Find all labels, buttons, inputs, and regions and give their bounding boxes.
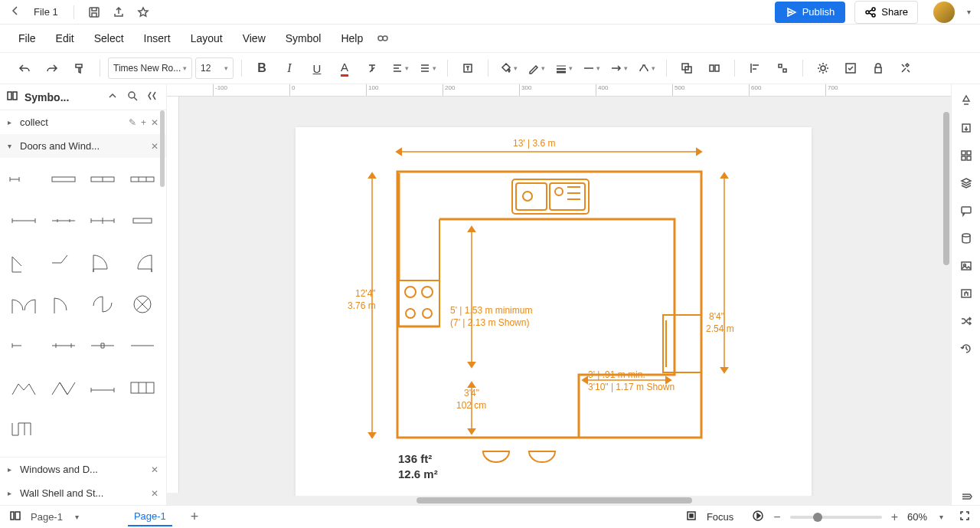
shape-item[interactable]	[86, 289, 121, 320]
menu-view[interactable]: View	[234, 28, 275, 49]
menu-insert[interactable]: Insert	[135, 28, 180, 49]
close-icon[interactable]: ✕	[151, 488, 158, 499]
font-color-button[interactable]: A	[332, 56, 357, 80]
ungroup-button[interactable]	[702, 56, 727, 80]
shape-item[interactable]	[46, 248, 81, 278]
shape-item[interactable]	[46, 164, 81, 195]
back-button[interactable]	[9, 5, 21, 19]
align-button[interactable]: ▾	[387, 56, 412, 80]
collapse-right-icon[interactable]	[958, 488, 975, 505]
section-windows[interactable]: ▸ Windows and D... ✕	[0, 457, 166, 481]
account-dropdown-caret[interactable]: ▾	[967, 8, 971, 16]
undo-button[interactable]	[12, 56, 37, 80]
shape-item[interactable]	[86, 164, 121, 195]
focus-icon[interactable]	[685, 510, 697, 524]
clear-format-button[interactable]	[360, 56, 384, 80]
data-icon[interactable]	[958, 230, 975, 247]
page-layout-icon[interactable]	[9, 510, 21, 524]
search-icon[interactable]	[126, 90, 140, 104]
image-icon[interactable]	[958, 257, 975, 274]
fullscreen-icon[interactable]	[959, 510, 971, 524]
shape-item[interactable]	[86, 248, 121, 278]
horizontal-scrollbar[interactable]	[179, 496, 951, 505]
zoom-value[interactable]: 60%	[907, 511, 927, 523]
close-icon[interactable]: ✕	[151, 141, 158, 152]
export-icon[interactable]	[111, 5, 126, 20]
page-tab[interactable]: Page-1	[128, 507, 172, 526]
shape-item[interactable]	[46, 205, 81, 236]
shuffle-icon[interactable]	[958, 313, 975, 330]
publish-button[interactable]: Publish	[775, 2, 846, 23]
line-weight-button[interactable]: ▾	[551, 56, 576, 80]
menu-symbol[interactable]: Symbol	[276, 28, 331, 49]
redo-button[interactable]	[40, 56, 64, 80]
edit-icon[interactable]: ✎	[129, 117, 136, 128]
canvas[interactable]: -1000100200300400500600700	[167, 84, 951, 505]
drawing-page[interactable]: 12'4" 3.76 m 5' | 1.53 m minimum (7' | 2…	[296, 127, 812, 499]
check-button[interactable]	[838, 56, 863, 80]
fill-button[interactable]: ▾	[496, 56, 521, 80]
menu-help[interactable]: Help	[332, 28, 372, 49]
shape-item[interactable]	[125, 289, 160, 320]
shape-item[interactable]	[125, 164, 160, 195]
zoom-out-button[interactable]: −	[773, 510, 780, 524]
link-panel-icon[interactable]	[958, 285, 975, 302]
shape-item[interactable]	[6, 248, 41, 278]
shape-item[interactable]	[46, 289, 81, 320]
section-doors[interactable]: ▾ Doors and Wind... ✕	[0, 134, 166, 158]
shape-item[interactable]	[125, 330, 160, 361]
add-page-button[interactable]: +	[191, 509, 199, 525]
arrow-style-button[interactable]: ▾	[606, 56, 631, 80]
zoom-in-button[interactable]: +	[891, 510, 898, 524]
shape-item[interactable]	[6, 164, 41, 195]
collapse-icon[interactable]	[146, 90, 160, 104]
bold-button[interactable]: B	[250, 56, 274, 80]
close-icon[interactable]: ✕	[151, 464, 158, 475]
menu-edit[interactable]: Edit	[47, 28, 83, 49]
text-tool-button[interactable]	[456, 56, 480, 80]
add-icon[interactable]: +	[141, 117, 146, 128]
shape-item[interactable]	[6, 289, 41, 320]
save-icon[interactable]	[87, 5, 102, 20]
shape-item[interactable]	[125, 372, 160, 402]
distribute-button[interactable]	[770, 56, 795, 80]
comment-icon[interactable]	[958, 202, 975, 219]
group-button[interactable]	[675, 56, 699, 80]
layers-icon[interactable]	[958, 175, 975, 192]
star-icon[interactable]	[136, 5, 151, 20]
shape-item[interactable]	[86, 372, 121, 402]
shape-item[interactable]	[86, 205, 121, 236]
line-spacing-button[interactable]: ▾	[415, 56, 439, 80]
section-wall[interactable]: ▸ Wall Shell and St... ✕	[0, 481, 166, 505]
close-icon[interactable]: ✕	[151, 117, 158, 128]
line-color-button[interactable]: ▾	[524, 56, 548, 80]
tools-button[interactable]	[893, 56, 918, 80]
shape-item[interactable]	[86, 330, 121, 361]
underline-button[interactable]: U	[305, 56, 329, 80]
shape-item[interactable]	[6, 414, 41, 444]
shape-item[interactable]	[6, 330, 41, 361]
connector-button[interactable]: ▾	[634, 56, 658, 80]
zoom-caret[interactable]: ▾	[939, 513, 943, 521]
font-size-select[interactable]: 12▾	[195, 57, 234, 79]
section-collect[interactable]: ▸ collect ✎+✕	[0, 110, 166, 134]
theme-icon[interactable]	[958, 92, 975, 109]
menu-file[interactable]: File	[9, 28, 45, 49]
shape-item[interactable]	[125, 205, 160, 236]
avatar[interactable]	[933, 2, 955, 23]
menu-layout[interactable]: Layout	[181, 28, 232, 49]
brightness-button[interactable]	[811, 56, 835, 80]
history-icon[interactable]	[958, 340, 975, 357]
line-style-button[interactable]: ▾	[579, 56, 603, 80]
zoom-slider[interactable]	[790, 516, 882, 519]
align-left-button[interactable]	[743, 56, 767, 80]
play-icon[interactable]	[752, 510, 764, 524]
format-painter-button[interactable]	[67, 56, 92, 80]
lock-button[interactable]	[866, 56, 890, 80]
vertical-scrollbar[interactable]	[943, 112, 949, 265]
chevron-up-icon[interactable]	[106, 90, 120, 104]
share-button[interactable]: Share	[854, 1, 918, 24]
shape-item[interactable]	[6, 205, 41, 236]
sidebar-scrollbar[interactable]	[160, 110, 165, 187]
shape-item[interactable]	[125, 248, 160, 278]
